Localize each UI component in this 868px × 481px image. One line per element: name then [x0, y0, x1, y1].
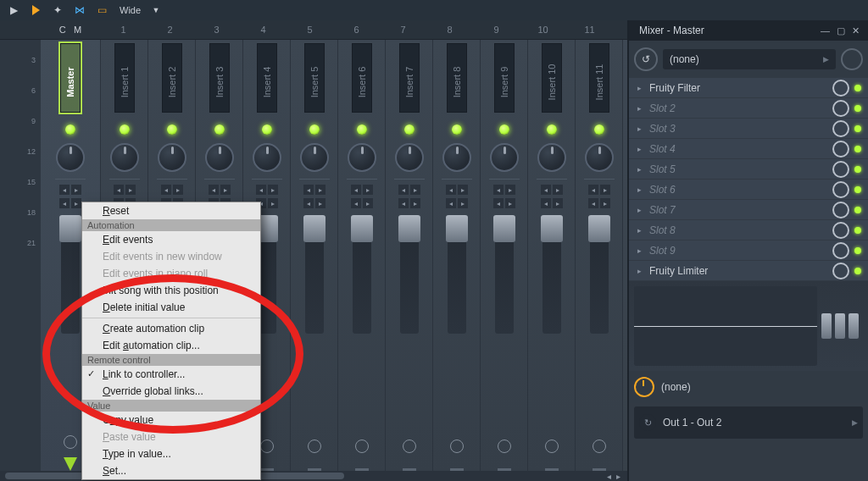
channel-switch[interactable]: ◂▸ — [446, 198, 468, 208]
effect-slot-6[interactable]: ▸ Slot 6 — [629, 180, 868, 200]
track-strip-5[interactable]: Insert 5 ◂▸ ◂▸ — [291, 40, 338, 471]
slot-mix-knob[interactable] — [832, 202, 849, 218]
mute-led[interactable] — [547, 124, 557, 135]
track-header-10[interactable]: 10 — [520, 20, 566, 39]
stereo-arrows[interactable]: ◂▸ — [256, 185, 278, 195]
slot-enable-led[interactable] — [854, 146, 861, 152]
slot-enable-led[interactable] — [854, 227, 861, 234]
snap-icon[interactable]: ✦ — [51, 3, 64, 17]
slot-mix-knob[interactable] — [832, 242, 849, 259]
mute-led[interactable] — [214, 124, 225, 135]
preset-prev-icon[interactable]: ↺ — [634, 47, 658, 71]
effect-slot-3[interactable]: ▸ Slot 3 — [629, 119, 868, 139]
view-icon[interactable]: ▭ — [95, 3, 108, 17]
menu-item[interactable]: Init song with this position — [82, 282, 260, 299]
fader-track[interactable] — [305, 215, 324, 334]
stereo-arrows[interactable]: ◂▸ — [303, 185, 326, 195]
slot-arrow-icon[interactable]: ▸ — [637, 185, 644, 194]
effect-slot-1[interactable]: ▸ Fruity Filter — [629, 78, 868, 98]
volume-fader[interactable] — [493, 215, 515, 242]
track-clock-icon[interactable] — [403, 440, 416, 453]
track-strip-10[interactable]: Insert 10 ◂▸ ◂▸ — [528, 40, 576, 471]
menu-item[interactable]: Type in value... — [82, 445, 260, 462]
slot-enable-led[interactable] — [854, 105, 861, 112]
menu-item[interactable]: Edit events — [82, 231, 260, 248]
pan-knob[interactable] — [158, 143, 186, 172]
pan-knob[interactable] — [253, 143, 281, 172]
menu-item[interactable]: ✓Link to controller... — [82, 366, 260, 383]
slot-mix-knob[interactable] — [832, 161, 849, 178]
mute-led[interactable] — [452, 124, 462, 135]
track-strip-7[interactable]: Insert 7 ◂▸ ◂▸ — [386, 40, 433, 471]
stereo-arrows[interactable]: ◂▸ — [351, 185, 373, 195]
track-header-8[interactable]: 8 — [426, 20, 473, 39]
volume-fader[interactable] — [446, 215, 468, 242]
effect-slot-10[interactable]: ▸ Fruity Limiter — [629, 261, 868, 281]
eq-fader-mid[interactable] — [835, 313, 845, 339]
mute-led[interactable] — [262, 124, 272, 135]
effect-slot-2[interactable]: ▸ Slot 2 — [629, 98, 868, 119]
channel-switch[interactable]: ◂▸ — [59, 198, 81, 208]
track-clock-icon[interactable] — [593, 440, 606, 453]
track-clock-icon[interactable] — [355, 440, 369, 453]
stereo-arrows[interactable]: ◂▸ — [114, 185, 136, 195]
menu-item[interactable]: Create automation clip — [82, 320, 260, 337]
track-clock-icon[interactable] — [64, 435, 77, 449]
track-strip-9[interactable]: Insert 9 ◂▸ ◂▸ — [481, 40, 528, 471]
track-clock-icon[interactable] — [260, 440, 274, 453]
slot-arrow-icon[interactable]: ▸ — [637, 124, 644, 133]
track-header-c[interactable]: C M — [41, 20, 100, 39]
channel-switch[interactable]: ◂▸ — [303, 198, 326, 208]
effect-slot-5[interactable]: ▸ Slot 5 — [629, 159, 868, 180]
track-header-7[interactable]: 7 — [380, 20, 426, 39]
track-header-3[interactable]: 3 — [193, 20, 240, 39]
track-header-4[interactable]: 4 — [240, 20, 287, 39]
effect-slot-9[interactable]: ▸ Slot 9 — [629, 240, 868, 261]
volume-fader[interactable] — [541, 215, 563, 242]
slot-mix-knob[interactable] — [832, 263, 849, 279]
track-header-1[interactable]: 1 — [100, 20, 147, 39]
track-clock-icon[interactable] — [498, 440, 511, 453]
mute-led[interactable] — [65, 124, 75, 135]
track-header-11[interactable]: 11 — [566, 20, 613, 39]
preset-selector[interactable]: (none) ▶ — [663, 49, 836, 69]
slot-arrow-icon[interactable]: ▸ — [637, 104, 644, 113]
slot-enable-led[interactable] — [854, 247, 861, 254]
fader-track[interactable] — [400, 215, 419, 334]
slot-enable-led[interactable] — [854, 268, 861, 274]
track-clock-icon[interactable] — [545, 440, 559, 453]
track-header-6[interactable]: 6 — [333, 20, 380, 39]
pan-knob[interactable] — [56, 143, 85, 172]
pan-knob[interactable] — [537, 143, 566, 172]
pan-knob[interactable] — [395, 143, 424, 172]
slot-mix-knob[interactable] — [832, 141, 849, 158]
track-strip-6[interactable]: Insert 6 ◂▸ ◂▸ — [338, 40, 386, 471]
stereo-arrows[interactable]: ◂▸ — [161, 185, 183, 195]
pan-knob[interactable] — [490, 143, 519, 172]
eq-graph[interactable] — [634, 286, 817, 366]
volume-fader[interactable] — [398, 215, 420, 242]
menu-item[interactable]: Override global links... — [82, 383, 260, 400]
stereo-arrows[interactable]: ◂▸ — [493, 185, 515, 195]
effect-slot-7[interactable]: ▸ Slot 7 — [629, 200, 868, 220]
mute-led[interactable] — [309, 124, 320, 135]
stereo-arrows[interactable]: ◂▸ — [446, 185, 468, 195]
preset-clock-icon[interactable] — [841, 48, 863, 70]
stereo-arrows[interactable]: ◂▸ — [209, 185, 231, 195]
mixer-title-bar[interactable]: Mixer - Master — ▢ ✕ — [629, 20, 868, 41]
track-strip-8[interactable]: Insert 8 ◂▸ ◂▸ — [433, 40, 481, 471]
pan-knob[interactable] — [205, 143, 234, 172]
slot-enable-led[interactable] — [854, 125, 861, 132]
scroll-left-icon[interactable]: ◂ — [607, 472, 611, 481]
track-header-9[interactable]: 9 — [473, 20, 520, 39]
fader-track[interactable] — [590, 215, 609, 334]
stereo-arrows[interactable]: ◂▸ — [588, 185, 610, 195]
channel-switch[interactable]: ◂▸ — [398, 198, 420, 208]
view-dropdown-icon[interactable]: ▼ — [149, 3, 163, 17]
pan-knob[interactable] — [110, 143, 139, 172]
menu-item[interactable]: Set... — [82, 462, 260, 479]
mute-led[interactable] — [357, 124, 367, 135]
fader-track[interactable] — [542, 215, 561, 334]
mute-led[interactable] — [120, 124, 130, 135]
mute-led[interactable] — [167, 124, 177, 135]
